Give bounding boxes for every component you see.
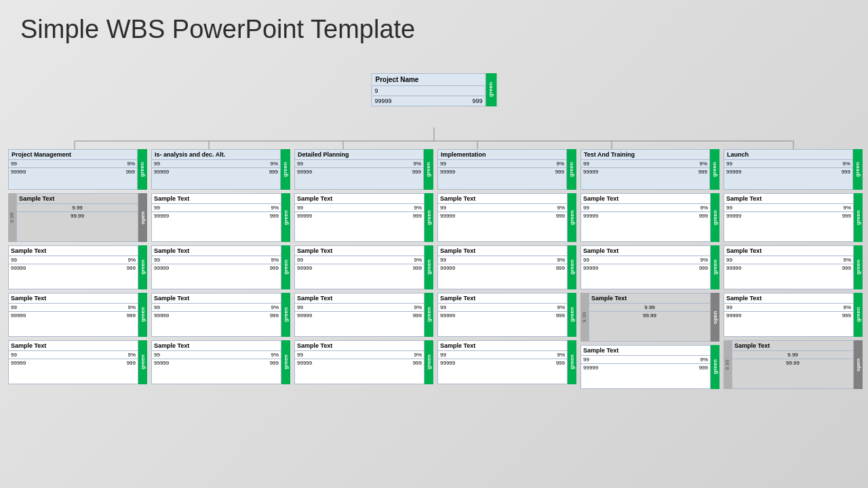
l1-header-1: Is- analysis and dec. Alt. xyxy=(152,150,280,160)
l1-node-2: Detailed Planning 999% 99999999 green xyxy=(294,149,433,190)
l2-row3-0-0: 99.99 xyxy=(17,212,138,220)
l2-row1-0-1: 999% xyxy=(9,256,138,264)
l2-header-0-0: Sample Text xyxy=(17,194,138,204)
l2-node-0-1: Sample Text 999% 99999999 green xyxy=(8,245,147,289)
l1-node-3: Implementation 999% 99999999 green xyxy=(437,149,576,190)
l2-header-0-2: Sample Text xyxy=(9,293,138,304)
l2-node-0-2: Sample Text 999% 99999999 green xyxy=(8,293,147,337)
col-2: Detailed Planning 999% 99999999 green Sa… xyxy=(294,149,433,389)
page-title: Simple WBS PowerPoint Template xyxy=(0,0,868,51)
l2-sidebar-0-1: green xyxy=(138,245,147,289)
l2-row2-0-2: 99999999 xyxy=(9,312,138,319)
l2-node-0-3: Sample Text 999% 99999999 green xyxy=(8,340,147,384)
l1-node-5: Launch 999% 99999999 green xyxy=(724,149,863,190)
root-r1-left: 9 xyxy=(375,87,378,94)
l1-node-4: Test And Training 999% 99999999 green xyxy=(580,149,719,190)
l2-sidebar-0-0: open xyxy=(138,193,147,242)
l1-node-0: Project Management 999% 99999999 green xyxy=(8,149,147,190)
root-row1: 9 xyxy=(372,86,486,96)
wbs-container: Project Name 9 99999 999 green Project M… xyxy=(0,68,868,488)
l2-row2-0-3: 99999999 xyxy=(9,359,138,367)
l1-sidebar-0: green xyxy=(138,149,147,190)
l2-row1-0-3: 999% xyxy=(9,351,138,359)
l1-content-0: Project Management 999% 99999999 xyxy=(8,149,138,190)
l2-header-0-3: Sample Text xyxy=(9,341,138,351)
l2-content-0-2: Sample Text 999% 99999999 xyxy=(8,293,138,337)
l1-row1-0: 999% xyxy=(9,160,137,168)
l2-content-0-3: Sample Text 999% 99999999 xyxy=(8,340,138,384)
l1-row1-1: 999% xyxy=(152,160,280,168)
l2-row2-0-0: 9.99 xyxy=(17,204,138,212)
root-r2-right: 999 xyxy=(472,98,482,104)
l1-content-1: Is- analysis and dec. Alt. 999% 99999999 xyxy=(151,149,281,190)
l2-node-1-1: Sample Text 999% 99999999 green xyxy=(151,245,290,289)
l2-content-0-1: Sample Text 999% 99999999 xyxy=(8,245,138,289)
l1-node-1: Is- analysis and dec. Alt. 999% 99999999… xyxy=(151,149,290,190)
root-sidebar: green xyxy=(486,73,497,106)
col-3: Implementation 999% 99999999 green Sampl… xyxy=(437,149,576,389)
root-node: Project Name 9 99999 999 green xyxy=(372,73,497,106)
root-content: Project Name 9 99999 999 xyxy=(372,73,486,106)
l2-node-0-0: 9.99 Sample Text 9.99 99.99 open xyxy=(8,193,147,242)
root-row2: 99999 999 xyxy=(372,96,486,106)
l1-header-0: Project Management xyxy=(9,150,137,160)
l2-node-1-3: Sample Text 999% 99999999 green xyxy=(151,340,290,384)
l2-node-1-0: Sample Text 999% 99999999 green xyxy=(151,193,290,242)
level1-row: Project Management 999% 99999999 green 9… xyxy=(8,149,863,389)
l2-sidebar-0-3: green xyxy=(138,340,147,384)
col-0: Project Management 999% 99999999 green 9… xyxy=(8,149,147,389)
l2-row1-0-2: 999% xyxy=(9,304,138,312)
col-4: Test And Training 999% 99999999 green Sa… xyxy=(580,149,719,389)
col-1: Is- analysis and dec. Alt. 999% 99999999… xyxy=(151,149,290,389)
col-5: Launch 999% 99999999 green Sample Text 9… xyxy=(724,149,863,389)
l2-header-0-1: Sample Text xyxy=(9,246,138,256)
l2-row2-0-1: 99999999 xyxy=(9,264,138,272)
l2-content-0-0: Sample Text 9.99 99.99 xyxy=(16,193,138,242)
l2-node-1-2: Sample Text 999% 99999999 green xyxy=(151,293,290,337)
root-r2-left: 99999 xyxy=(375,98,392,104)
l2-vnum-0-0: 9.99 xyxy=(8,193,16,242)
l2-sidebar-0-2: green xyxy=(138,293,147,337)
root-header: Project Name xyxy=(372,74,486,86)
l1-row2-1: 99999999 xyxy=(152,168,280,176)
l1-row2-0: 99999999 xyxy=(9,168,137,176)
l1-sidebar-1: green xyxy=(281,149,290,190)
